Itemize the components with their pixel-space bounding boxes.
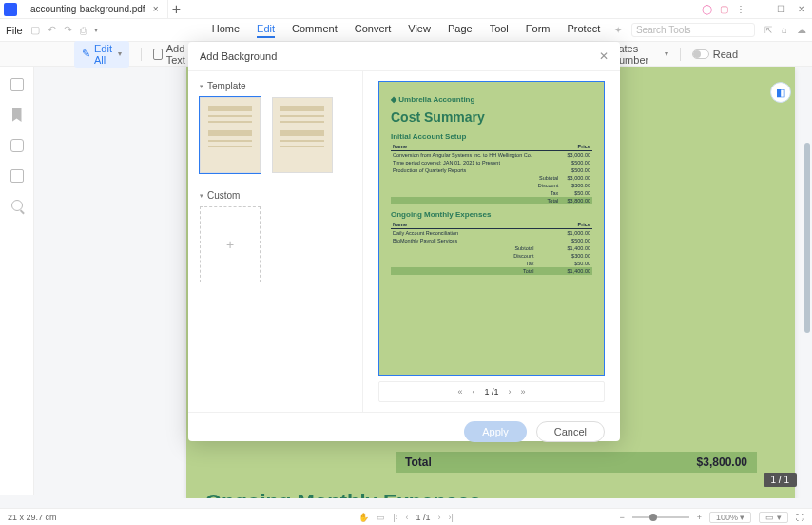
- preview-title: Cost Summary: [391, 109, 592, 125]
- thumbnails-icon[interactable]: [10, 78, 24, 91]
- fullscreen-button[interactable]: ⛶: [796, 513, 804, 522]
- wand-icon[interactable]: ✦: [614, 25, 622, 35]
- separator: [141, 48, 142, 61]
- doc-total-row: Total $3,800.00: [396, 452, 757, 473]
- preview-section1: Initial Account Setup: [391, 132, 592, 141]
- attachments-icon[interactable]: [10, 169, 24, 183]
- save-icon[interactable]: ▢: [30, 24, 40, 36]
- edit-all-button[interactable]: ✎ Edit All ▾: [74, 41, 129, 68]
- menu-convert[interactable]: Convert: [355, 23, 392, 38]
- collapse-triangle-icon: ▾: [200, 192, 203, 200]
- template-thumbnail-1[interactable]: [200, 97, 261, 173]
- dialog-close-button[interactable]: ✕: [599, 49, 609, 63]
- pager-last-button[interactable]: »: [521, 387, 526, 397]
- menu-protect[interactable]: Protect: [567, 23, 600, 38]
- pager-prev-button[interactable]: ‹: [472, 387, 474, 397]
- print-icon[interactable]: ⎙: [80, 25, 87, 36]
- minimize-button[interactable]: —: [753, 4, 766, 14]
- preview-brand: ◆ Umbrella Accounting: [391, 95, 592, 104]
- collapse-triangle-icon: ▾: [200, 83, 203, 90]
- more-icon[interactable]: ⋮: [736, 4, 745, 14]
- titlebar: accounting-background.pdf × + ◯ ▢ ⋮ — ☐ …: [0, 0, 812, 19]
- dialog-header: Add Background ✕: [188, 42, 620, 71]
- template-thumbnail-2[interactable]: [272, 97, 333, 173]
- add-background-dialog: Add Background ✕ ▾ Template ▾ Custom: [188, 42, 620, 441]
- search-panel-icon[interactable]: [11, 200, 23, 211]
- left-sidebar: [0, 67, 34, 495]
- dialog-footer: Apply Cancel: [188, 412, 620, 450]
- add-tab-button[interactable]: +: [168, 1, 184, 18]
- page-indicator-badge: 1 / 1: [764, 473, 797, 487]
- quick-chevron-icon[interactable]: ▾: [94, 26, 98, 34]
- close-tab-icon[interactable]: ×: [153, 4, 159, 14]
- dialog-sidebar: ▾ Template ▾ Custom +: [188, 71, 363, 412]
- fit-dropdown[interactable]: ▭ ▾: [759, 512, 788, 523]
- pager-first-button[interactable]: «: [457, 387, 462, 397]
- menu-page[interactable]: Page: [448, 23, 473, 38]
- redo-icon[interactable]: ↷: [64, 24, 72, 36]
- home-icon[interactable]: ⌂: [782, 25, 787, 35]
- menu-form[interactable]: Form: [526, 23, 551, 38]
- zoom-in-button[interactable]: +: [697, 513, 702, 522]
- hand-tool-icon[interactable]: ✋: [358, 513, 369, 522]
- floating-action-button[interactable]: ◧: [770, 82, 791, 103]
- comments-icon[interactable]: [10, 139, 24, 152]
- dialog-title: Add Background: [200, 50, 277, 62]
- export-icon[interactable]: ⇱: [764, 25, 772, 35]
- app-logo-icon: [4, 3, 17, 16]
- menu-edit[interactable]: Edit: [257, 23, 275, 38]
- dialog-preview-panel: ◆ Umbrella Accounting Cost Summary Initi…: [363, 71, 620, 412]
- window-controls: ◯ ▢ ⋮ — ☐ ✕: [702, 4, 808, 14]
- bookmarks-icon[interactable]: [12, 108, 22, 122]
- text-icon: [153, 49, 163, 60]
- menu-home[interactable]: Home: [212, 23, 240, 38]
- document-tab[interactable]: accounting-background.pdf ×: [21, 0, 168, 18]
- close-window-button[interactable]: ✕: [795, 4, 808, 14]
- zoom-slider[interactable]: [632, 516, 689, 518]
- background-preview: ◆ Umbrella Accounting Cost Summary Initi…: [378, 81, 605, 376]
- page-dimensions-label: 21 x 29.7 cm: [8, 513, 57, 522]
- first-page-button[interactable]: |‹: [393, 513, 397, 522]
- cancel-button[interactable]: Cancel: [536, 421, 605, 442]
- cloud-sync-icon[interactable]: ☁: [797, 25, 806, 35]
- status-bar: 21 x 29.7 cm ✋ ▭ |‹ ‹ 1 /1 › ›| − + 100%…: [0, 508, 812, 525]
- cloud-icon[interactable]: ◯: [702, 4, 712, 14]
- share-icon[interactable]: ▢: [720, 4, 728, 14]
- pager-next-button[interactable]: ›: [509, 387, 512, 397]
- custom-section-header[interactable]: ▾ Custom: [200, 190, 351, 201]
- preview-pager: « ‹ 1 /1 › »: [378, 381, 605, 402]
- apply-button[interactable]: Apply: [464, 421, 527, 442]
- undo-icon[interactable]: ↶: [48, 24, 56, 36]
- next-page-button[interactable]: ›: [438, 513, 441, 522]
- menubar: File ▢ ↶ ↷ ⎙ ▾ Home Edit Comment Convert…: [0, 19, 812, 42]
- menu-view[interactable]: View: [408, 23, 431, 38]
- zoom-level-dropdown[interactable]: 100% ▾: [709, 512, 752, 523]
- menu-comment[interactable]: Comment: [292, 23, 338, 38]
- doc-section-heading: Ongoing Monthly Expenses: [205, 490, 481, 498]
- prev-page-button[interactable]: ‹: [405, 513, 408, 522]
- template-section-header[interactable]: ▾ Template: [200, 81, 351, 91]
- search-tools-input[interactable]: Search Tools: [631, 23, 755, 37]
- maximize-button[interactable]: ☐: [774, 4, 787, 14]
- zoom-out-button[interactable]: −: [619, 513, 624, 522]
- vertical-scrollbar[interactable]: [804, 143, 810, 333]
- chevron-down-icon: ▾: [118, 49, 122, 58]
- file-menu[interactable]: File: [6, 25, 23, 36]
- last-page-button[interactable]: ›|: [449, 513, 454, 522]
- select-tool-icon[interactable]: ▭: [377, 513, 385, 522]
- preview-table-1: NamePrice Conversion from Angular System…: [391, 143, 592, 204]
- document-tab-title: accounting-background.pdf: [30, 4, 145, 14]
- preview-table-2: NamePrice Daily Account Reconciliation$1…: [391, 221, 592, 275]
- menu-tool[interactable]: Tool: [490, 23, 509, 38]
- preview-section2: Ongoing Monthly Expenses: [391, 210, 592, 219]
- main-menu: Home Edit Comment Convert View Page Tool…: [212, 23, 601, 38]
- read-mode-toggle[interactable]: Read: [692, 49, 738, 60]
- add-custom-template-button[interactable]: +: [200, 206, 261, 282]
- separator: [680, 48, 681, 61]
- edit-all-icon: ✎: [82, 48, 90, 60]
